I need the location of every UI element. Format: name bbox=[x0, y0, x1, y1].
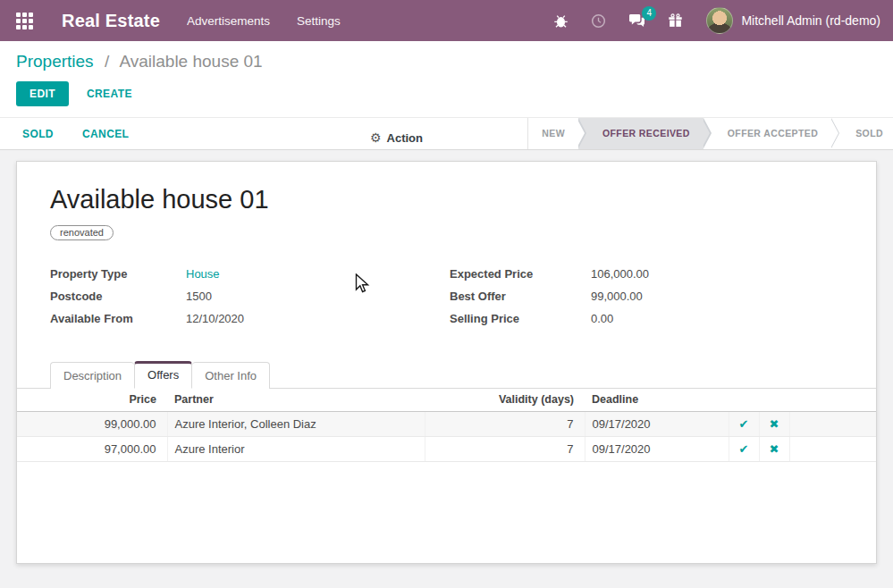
menu-advertisements[interactable]: Advertisements bbox=[187, 14, 270, 28]
activities-clock-icon[interactable] bbox=[591, 13, 606, 29]
field-postcode: Postcode 1500 bbox=[50, 290, 450, 305]
field-value: 106,000.00 bbox=[591, 267, 649, 282]
status-step-new[interactable]: NEW bbox=[527, 118, 578, 149]
offer-validity: 7 bbox=[425, 436, 585, 461]
field-value: 99,000.00 bbox=[591, 290, 643, 305]
statusbar-actions: SOLD CANCEL bbox=[0, 118, 157, 149]
refuse-offer-icon[interactable]: ✖ bbox=[770, 417, 779, 431]
accept-offer-icon[interactable]: ✔ bbox=[739, 417, 749, 431]
field-value: 0.00 bbox=[591, 312, 613, 327]
user-name[interactable]: Mitchell Admin (rd-demo) bbox=[741, 13, 880, 28]
status-step-offer-accepted[interactable]: OFFER ACCEPTED bbox=[703, 118, 831, 149]
control-panel: Properties / Available house 01 EDIT CRE… bbox=[0, 41, 893, 117]
app-name[interactable]: Real Estate bbox=[62, 11, 160, 31]
col-header-deadline[interactable]: Deadline bbox=[585, 389, 729, 411]
offer-deadline: 09/17/2020 bbox=[585, 411, 729, 436]
create-button[interactable]: CREATE bbox=[87, 88, 132, 100]
status-pipeline: NEW OFFER RECEIVED OFFER ACCEPTED SOLD bbox=[527, 118, 893, 149]
field-group-right: Expected Price 106,000.00 Best Offer 99,… bbox=[450, 267, 840, 334]
breadcrumb: Properties / Available house 01 bbox=[16, 52, 877, 71]
field-value: 12/10/2020 bbox=[186, 312, 244, 327]
field-selling-price: Selling Price 0.00 bbox=[450, 312, 840, 327]
action-label: Action bbox=[387, 131, 423, 145]
gear-icon: ⚙ bbox=[370, 130, 382, 145]
tab-description[interactable]: Description bbox=[50, 362, 134, 389]
refuse-offer-icon[interactable]: ✖ bbox=[770, 442, 779, 456]
field-groups: Property Type House Postcode 1500 Availa… bbox=[17, 267, 876, 334]
offer-partner: Azure Interior bbox=[167, 436, 425, 461]
breadcrumb-separator: / bbox=[105, 52, 109, 71]
tag-renovated: renovated bbox=[50, 225, 114, 240]
status-step-offer-received[interactable]: OFFER RECEIVED bbox=[578, 118, 703, 149]
field-expected-price: Expected Price 106,000.00 bbox=[450, 267, 840, 282]
user-avatar[interactable] bbox=[706, 7, 733, 34]
offer-row[interactable]: 99,000.00 Azure Interior, Colleen Diaz 7… bbox=[17, 411, 876, 436]
property-type-link[interactable]: House bbox=[186, 267, 220, 282]
field-available-from: Available From 12/10/2020 bbox=[50, 312, 450, 327]
field-value: 1500 bbox=[186, 290, 212, 305]
control-panel-buttons: EDIT CREATE bbox=[16, 81, 877, 106]
messages-chat-icon[interactable]: 4 bbox=[628, 13, 645, 29]
col-header-partner[interactable]: Partner bbox=[167, 389, 425, 411]
field-best-offer: Best Offer 99,000.00 bbox=[450, 290, 840, 305]
menu-settings[interactable]: Settings bbox=[297, 14, 341, 28]
col-header-price[interactable]: Price bbox=[17, 389, 167, 411]
content-area: Available house 01 renovated Property Ty… bbox=[0, 150, 893, 588]
cancel-button[interactable]: CANCEL bbox=[82, 128, 129, 140]
app-window: Real Estate Advertisements Settings 4 Mi… bbox=[0, 0, 893, 588]
action-menu-button[interactable]: ⚙ Action bbox=[370, 130, 423, 145]
field-label: Expected Price bbox=[450, 267, 591, 282]
navbar-right: 4 Mitchell Admin (rd-demo) bbox=[531, 7, 880, 34]
field-label: Property Type bbox=[50, 267, 186, 282]
breadcrumb-current: Available house 01 bbox=[119, 52, 262, 71]
tab-offers[interactable]: Offers bbox=[134, 361, 192, 389]
field-label: Best Offer bbox=[450, 290, 591, 305]
apps-grid-icon[interactable] bbox=[16, 13, 33, 29]
bug-icon[interactable] bbox=[553, 13, 569, 29]
field-group-left: Property Type House Postcode 1500 Availa… bbox=[50, 267, 450, 334]
status-step-sold[interactable]: SOLD bbox=[831, 118, 893, 149]
accept-offer-icon[interactable]: ✔ bbox=[739, 442, 749, 456]
sold-button[interactable]: SOLD bbox=[22, 128, 54, 140]
tab-other-info[interactable]: Other Info bbox=[192, 362, 270, 389]
edit-button[interactable]: EDIT bbox=[16, 81, 69, 106]
message-count-badge: 4 bbox=[642, 6, 656, 21]
offers-header-row: Price Partner Validity (days) Deadline bbox=[17, 389, 876, 411]
offer-price: 97,000.00 bbox=[17, 436, 167, 461]
col-header-validity[interactable]: Validity (days) bbox=[425, 389, 585, 411]
offer-deadline: 09/17/2020 bbox=[585, 436, 729, 461]
offer-partner: Azure Interior, Colleen Diaz bbox=[167, 411, 425, 436]
record-title: Available house 01 bbox=[17, 162, 876, 214]
statusbar: SOLD CANCEL NEW OFFER RECEIVED OFFER ACC… bbox=[0, 117, 893, 150]
offer-row[interactable]: 97,000.00 Azure Interior 7 09/17/2020 ✔ … bbox=[17, 436, 876, 461]
gift-icon[interactable] bbox=[668, 13, 683, 29]
offers-table: Price Partner Validity (days) Deadline 9… bbox=[17, 389, 876, 462]
top-navbar: Real Estate Advertisements Settings 4 Mi… bbox=[0, 0, 893, 41]
notebook-tabs: Description Offers Other Info bbox=[17, 361, 876, 389]
field-label: Selling Price bbox=[450, 312, 591, 327]
offer-validity: 7 bbox=[425, 411, 585, 436]
offer-price: 99,000.00 bbox=[17, 411, 167, 436]
field-label: Available From bbox=[50, 312, 186, 327]
breadcrumb-properties-link[interactable]: Properties bbox=[16, 52, 94, 71]
field-label: Postcode bbox=[50, 290, 186, 305]
form-sheet: Available house 01 renovated Property Ty… bbox=[16, 161, 877, 564]
field-property-type: Property Type House bbox=[50, 267, 450, 282]
